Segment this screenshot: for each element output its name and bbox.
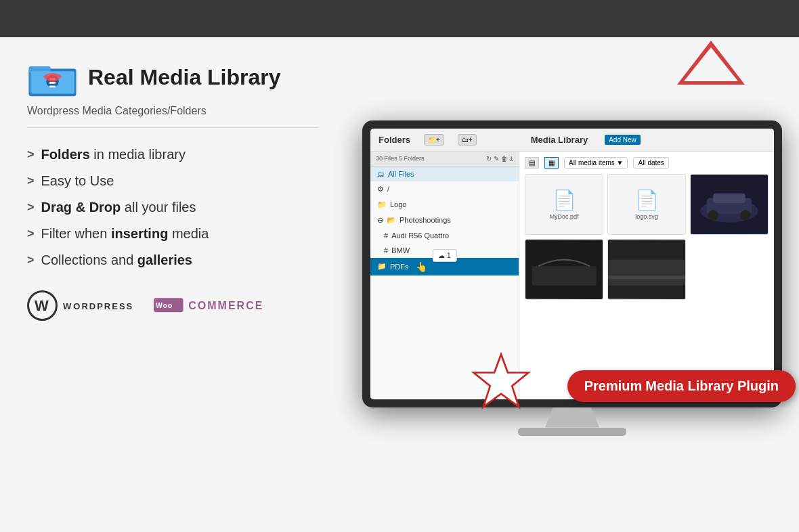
woo-icon: Woo xyxy=(154,294,184,317)
folder-logo-item[interactable]: 📁 Logo xyxy=(370,197,519,213)
screen-body: 30 Files 5 Folders ↻ ✎ 🗑 ± 🗂 All Files ⚙… xyxy=(370,152,774,399)
media-grid: 📄 MyDoc.pdf 📄 logo.svg xyxy=(525,174,769,300)
folder-audi-item[interactable]: # Audi R56 Quattro xyxy=(370,228,519,243)
bottom-logos: W WORDPRESS Woo Commerce xyxy=(27,290,318,321)
folder-photoshootings-item[interactable]: ⊖ 📂 Photoshootings xyxy=(370,213,519,228)
wordpress-logo: W WORDPRESS xyxy=(27,290,133,321)
logo-subtitle: Wordpress Media Categories/Folders xyxy=(27,105,318,128)
svg-marker-10 xyxy=(684,47,738,81)
red-arrow-top xyxy=(670,37,752,88)
folder-shared-icon: 📂 xyxy=(387,216,396,225)
svg-rect-5 xyxy=(49,82,56,84)
tooltip-text: ☁ 1 xyxy=(438,252,450,259)
monitor-body: Folders 📁+ 🗂+ Media Library Add New 30 F… xyxy=(362,120,782,407)
monitor-base xyxy=(518,428,626,436)
screen-main: ▤ ▦ All media items ▼ All dates 📄 MyDoc.… xyxy=(519,152,774,399)
logo-title: Real Media Library xyxy=(88,66,281,89)
hash2-icon: # xyxy=(384,246,388,254)
sidebar-toolbar: 30 Files 5 Folders ↻ ✎ 🗑 ± xyxy=(370,152,519,167)
svg-rect-20 xyxy=(608,259,685,285)
screen-header: Folders 📁+ 🗂+ Media Library Add New xyxy=(370,129,774,152)
folders-label: Folders xyxy=(379,135,410,145)
hash-icon: # xyxy=(384,231,388,240)
monitor-screen: Folders 📁+ 🗂+ Media Library Add New 30 F… xyxy=(370,129,774,399)
svg-text:Woo: Woo xyxy=(156,301,173,309)
main-content: Real Media Library Wordpress Media Categ… xyxy=(0,37,799,532)
media-item-doc2[interactable]: 📄 logo.svg xyxy=(607,174,686,235)
left-panel: Real Media Library Wordpress Media Categ… xyxy=(0,37,345,532)
feature-list: Folders in media library Easy to Use Dra… xyxy=(27,141,318,273)
car3-preview xyxy=(608,240,685,299)
wordpress-label: WORDPRESS xyxy=(63,298,133,313)
right-panel: Folders 📁+ 🗂+ Media Library Add New 30 F… xyxy=(345,37,799,532)
all-files-item[interactable]: 🗂 All Files xyxy=(370,167,519,181)
feature-filter: Filter when inserting media xyxy=(41,226,209,242)
pdf-doc-icon: 📄 xyxy=(553,189,576,211)
list-item: Filter when inserting media xyxy=(27,221,318,247)
folder-root-label: / xyxy=(387,185,389,193)
doc2-label: logo.svg xyxy=(635,213,658,220)
add-folder-btn[interactable]: 📁+ xyxy=(424,134,444,146)
media-library-label: Media Library xyxy=(531,135,588,145)
doc1-label: MyDoc.pdf xyxy=(549,213,578,220)
file-count: 30 Files 5 Folders xyxy=(376,155,425,162)
list-item: Easy to Use xyxy=(27,168,318,194)
folder-icon xyxy=(27,58,78,98)
feature-collections: Collections and galleries xyxy=(41,252,192,268)
feature-folders: Folders in media library xyxy=(41,147,186,162)
gear-icon: ⚙ xyxy=(377,185,384,194)
star-icon xyxy=(471,351,532,412)
tooltip: ☁ 1 xyxy=(432,249,456,262)
logo-area: Real Media Library xyxy=(27,58,318,98)
date-filter-select[interactable]: All dates xyxy=(633,157,668,169)
svg-doc-icon: 📄 xyxy=(635,189,659,211)
all-files-label: All Files xyxy=(388,170,414,178)
folder-pdfs-item[interactable]: 📁 PDFs 👆 ☁ 1 xyxy=(370,258,519,275)
feature-easy: Easy to Use xyxy=(41,173,114,189)
list-view-btn[interactable]: ▤ xyxy=(525,157,539,169)
media-filter-select[interactable]: All media items ▼ xyxy=(564,157,628,169)
folder-pdfs-icon: 📁 xyxy=(377,262,387,271)
svg-marker-22 xyxy=(474,354,529,406)
feature-drag: Drag & Drop all your files xyxy=(41,200,196,215)
add-folder2-btn[interactable]: 🗂+ xyxy=(458,134,477,146)
cursor-icon: 👆 xyxy=(416,261,427,272)
all-files-icon: 🗂 xyxy=(377,170,385,178)
add-new-button[interactable]: Add New xyxy=(605,135,641,145)
media-item-doc1[interactable]: 📄 MyDoc.pdf xyxy=(525,174,603,235)
folder-audi-label: Audi R56 Quattro xyxy=(391,231,449,240)
premium-badge: Premium Media Library Plugin xyxy=(567,370,796,402)
svg-rect-18 xyxy=(532,266,597,286)
folder-logo-label: Logo xyxy=(390,200,406,208)
svg-point-16 xyxy=(740,210,750,220)
car1-preview xyxy=(691,175,768,234)
folder-icon-sm: 📁 xyxy=(377,200,387,209)
woocommerce-label: Commerce xyxy=(188,300,263,312)
svg-rect-14 xyxy=(713,193,746,202)
svg-point-15 xyxy=(708,210,718,220)
toolbar-icons: ↻ ✎ 🗑 ± xyxy=(486,155,513,162)
svg-rect-21 xyxy=(608,275,685,279)
top-bar xyxy=(0,0,799,37)
folder-pdfs-label: PDFs xyxy=(390,263,409,271)
grid-view-btn[interactable]: ▦ xyxy=(544,157,559,169)
media-item-photo2[interactable] xyxy=(525,239,603,300)
list-item: Collections and galleries xyxy=(27,247,318,273)
monitor-container: Folders 📁+ 🗂+ Media Library Add New 30 F… xyxy=(362,120,782,436)
expand-icon: ⊖ xyxy=(377,216,383,225)
premium-bold: Premium xyxy=(584,378,643,394)
wp-circle-icon: W xyxy=(27,290,58,321)
media-item-photo1[interactable] xyxy=(690,174,769,235)
premium-rest: Media Library Plugin xyxy=(645,378,779,394)
folder-root-item[interactable]: ⚙ / xyxy=(370,181,519,197)
svg-rect-6 xyxy=(49,86,56,88)
car2-preview xyxy=(525,240,603,299)
monitor-stand xyxy=(545,407,599,428)
folder-photoshootings-label: Photoshootings xyxy=(400,216,451,224)
media-item-photo3[interactable] xyxy=(607,239,686,300)
list-item: Folders in media library xyxy=(27,141,318,168)
folder-bmw-label: BMW xyxy=(391,246,410,254)
media-toolbar: ▤ ▦ All media items ▼ All dates xyxy=(525,157,769,169)
woocommerce-logo: Woo Commerce xyxy=(154,294,263,317)
list-item: Drag & Drop all your files xyxy=(27,194,318,221)
